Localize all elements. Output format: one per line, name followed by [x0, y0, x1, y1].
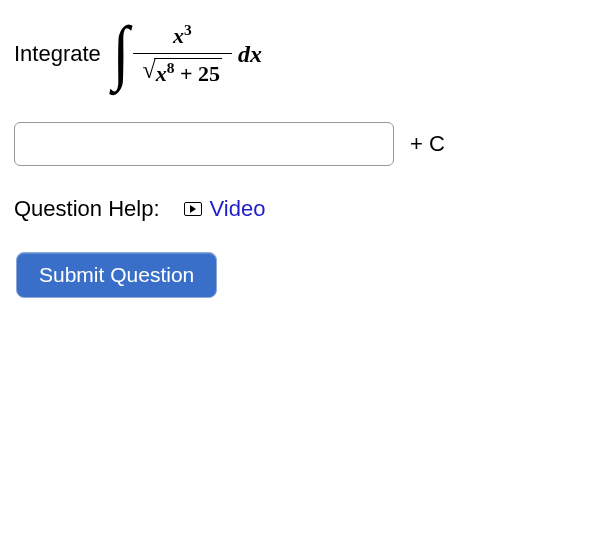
video-link-text: Video [210, 196, 266, 222]
plus-c-label: + C [410, 131, 445, 157]
radicand: x8 + 25 [154, 58, 222, 87]
instruction-text: Integrate [14, 41, 101, 67]
integral-sign-icon: ∫ [112, 16, 129, 88]
video-icon [184, 202, 202, 216]
differential: dx [238, 41, 262, 68]
numerator: x3 [163, 21, 202, 53]
answer-row: + C [14, 122, 592, 166]
video-link[interactable]: Video [184, 196, 266, 222]
help-label: Question Help: [14, 196, 160, 222]
submit-button-label: Submit Question [39, 263, 194, 286]
help-row: Question Help: Video [14, 196, 592, 222]
submit-button[interactable]: Submit Question [16, 252, 217, 298]
denominator: √ x8 + 25 [133, 53, 232, 87]
question-row: Integrate ∫ x3 √ x8 + 25 dx [14, 18, 592, 90]
sqrt-icon: √ [143, 57, 156, 84]
answer-input[interactable] [14, 122, 394, 166]
fraction: x3 √ x8 + 25 [133, 21, 232, 88]
integral-expression: ∫ x3 √ x8 + 25 dx [111, 18, 262, 90]
